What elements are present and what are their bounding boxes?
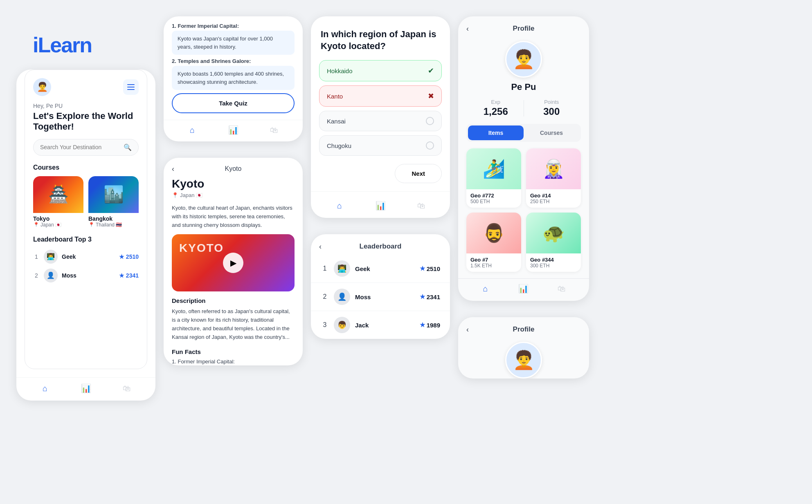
course-location-tokyo: 📍Japan 🇯🇵: [33, 222, 83, 228]
menu-button[interactable]: [123, 79, 139, 95]
search-icon: 🔍: [124, 143, 132, 151]
profile2-title: Profile: [513, 325, 535, 334]
profile-name: Pe Pu: [458, 82, 589, 92]
nav-home-icon-5[interactable]: ⌂: [480, 283, 491, 294]
nft-geo14[interactable]: 🧝‍♀️ Geo #14 250 ETH: [526, 148, 581, 208]
lb-avatar-2: 👤: [44, 269, 58, 282]
nft-img-geo772: 🏄‍♂️: [466, 148, 521, 189]
nft-name-geo772: Geo #772: [470, 193, 517, 199]
option-hokkaido[interactable]: Hokkaido ✔: [319, 60, 442, 81]
kyoto-city-name: Kyoto: [164, 175, 303, 191]
nft-price-geo772: 500 ETH: [470, 199, 517, 204]
nav-bag-icon[interactable]: 🛍: [121, 383, 133, 394]
quiz-question: In which region of Japan is Kyoto locate…: [311, 16, 450, 60]
course-name-tokyo: Tokyo: [33, 215, 83, 222]
tab-courses[interactable]: Courses: [524, 125, 579, 140]
nav-home-icon-3[interactable]: ⌂: [334, 200, 345, 211]
nft-geo7[interactable]: 🧔‍♂️ Geo #7 1.5K ETH: [466, 213, 521, 272]
nft-price-geo344: 300 ETH: [530, 263, 577, 269]
profile-back-button[interactable]: ‹: [466, 25, 469, 33]
nav-bag-icon-5[interactable]: 🛍: [556, 283, 567, 294]
cross-icon: ✖: [428, 92, 434, 101]
nav-chart-icon-3[interactable]: 📊: [375, 200, 386, 211]
lb-row-2: 2 👤 Moss ★ 2341: [311, 283, 450, 311]
leaderboard-title-main: Leaderboard: [360, 242, 402, 251]
lb-uname-jack: Jack: [355, 322, 415, 329]
quiz-card: In which region of Japan is Kyoto locate…: [311, 16, 450, 218]
nav-bag-icon-3[interactable]: 🛍: [416, 200, 427, 211]
leaderboard-back-button[interactable]: ‹: [319, 242, 322, 251]
check-icon: ✔: [428, 66, 434, 75]
nav-chart-icon-2[interactable]: 📊: [227, 124, 239, 136]
search-input[interactable]: [40, 144, 120, 150]
profile-stats: Exp 1,256 Points 300: [458, 99, 589, 117]
fun-facts-title: Fun Facts: [164, 346, 303, 358]
courses-row: 🏯 Tokyo 📍Japan 🇯🇵 🏙️ Bangkok 📍Thailand 🇹…: [33, 176, 139, 228]
lb-pts-moss: ★ 2341: [420, 293, 440, 300]
nft-price-geo7: 1.5K ETH: [470, 263, 517, 269]
fun-fact-1: 1. Former Imperial Capital:: [164, 358, 303, 365]
search-bar[interactable]: 🔍: [33, 139, 139, 156]
play-button[interactable]: ▶: [223, 253, 243, 273]
card2-bottom-nav: ⌂ 📊 🛍: [164, 120, 303, 141]
lb-item-2: 2 👤 Moss ★ 2341: [33, 266, 139, 285]
app-logo: iLearn: [16, 16, 155, 61]
page-title-kyoto: Kyoto: [225, 165, 242, 172]
points-value: 300: [531, 106, 573, 117]
fact1-title: 1. Former Imperial Capital:: [172, 23, 295, 29]
lb-score-moss: ★ 2341: [119, 272, 139, 279]
courses-title: Courses: [33, 164, 139, 171]
nft-name-geo14: Geo #14: [530, 193, 577, 199]
nft-geo772[interactable]: 🏄‍♂️ Geo #772 500 ETH: [466, 148, 521, 208]
back-button[interactable]: ‹: [172, 165, 174, 173]
leaderboard-card: ‹ Leaderboard 1 👨‍💻 Geek ★ 2510 2 👤 Moss…: [311, 234, 450, 339]
course-location-bangkok: 📍Thailand 🇹🇭: [88, 222, 139, 228]
nft-img-geo344: 🐢: [526, 213, 581, 253]
option-label-kanto: Kanto: [327, 93, 343, 100]
lb-uname-moss: Moss: [355, 293, 415, 300]
nft-price-geo14: 250 ETH: [530, 199, 577, 204]
nft-img-geo7: 🧔‍♂️: [466, 213, 521, 253]
bangkok-image: 🏙️: [88, 176, 139, 213]
description-title: Description: [164, 291, 303, 305]
nav-home-icon[interactable]: ⌂: [39, 383, 51, 394]
fact1-text: Kyoto was Japan's capital for over 1,000…: [172, 31, 295, 55]
kyoto-header: ‹ Kyoto: [164, 158, 303, 175]
take-quiz-button[interactable]: Take Quiz: [172, 93, 295, 113]
option-label-kansai: Kansai: [327, 118, 346, 125]
nav-bag-icon-2[interactable]: 🛍: [268, 124, 280, 136]
nav-chart-icon[interactable]: 📊: [80, 383, 92, 394]
pin-icon: 📍: [33, 222, 39, 228]
option-kanto[interactable]: Kanto ✖: [319, 85, 442, 107]
nav-home-icon-2[interactable]: ⌂: [187, 124, 198, 136]
profile-avatar: 🧑‍🦱: [505, 41, 542, 78]
lb-num-3: 3: [321, 321, 329, 329]
lb-av-1: 👨‍💻: [334, 260, 350, 277]
profile2-back-button[interactable]: ‹: [466, 325, 469, 334]
option-chugoku[interactable]: Chugoku: [319, 135, 442, 156]
radio-kansai: [426, 117, 434, 125]
video-label: KYOTO: [179, 242, 224, 255]
radio-chugoku: [426, 141, 434, 150]
tab-items[interactable]: Items: [468, 125, 524, 140]
lb-row-3: 3 👦 Jack ★ 1989: [311, 311, 450, 339]
nft-geo344[interactable]: 🐢 Geo #344 300 ETH: [526, 213, 581, 272]
headline: Let's Explore the World Together!: [33, 111, 139, 132]
option-label-chugoku: Chugoku: [327, 142, 351, 149]
description-text: Kyoto, often referred to as Japan's cult…: [164, 305, 303, 345]
course-card-bangkok[interactable]: 🏙️ Bangkok 📍Thailand 🇹🇭: [88, 176, 139, 228]
nav-chart-icon-5[interactable]: 📊: [518, 283, 529, 294]
kyoto-video[interactable]: KYOTO ▶: [172, 234, 295, 291]
next-button[interactable]: Next: [395, 164, 442, 183]
course-card-tokyo[interactable]: 🏯 Tokyo 📍Japan 🇯🇵: [33, 176, 83, 228]
lb-av-2: 👤: [334, 289, 350, 305]
nft-img-geo14: 🧝‍♀️: [526, 148, 581, 189]
option-kansai[interactable]: Kansai: [319, 111, 442, 131]
leaderboard-title: Leaderboard Top 3: [33, 236, 139, 243]
option-label-hokkaido: Hokkaido: [327, 67, 353, 74]
tab-row: Items Courses: [466, 124, 581, 142]
profile2-avatar: 🧑‍🦱: [505, 342, 542, 379]
exp-label: Exp: [475, 99, 517, 105]
lb-num-2: 2: [321, 293, 329, 300]
lb-pts-jack: ★ 1989: [420, 321, 440, 329]
